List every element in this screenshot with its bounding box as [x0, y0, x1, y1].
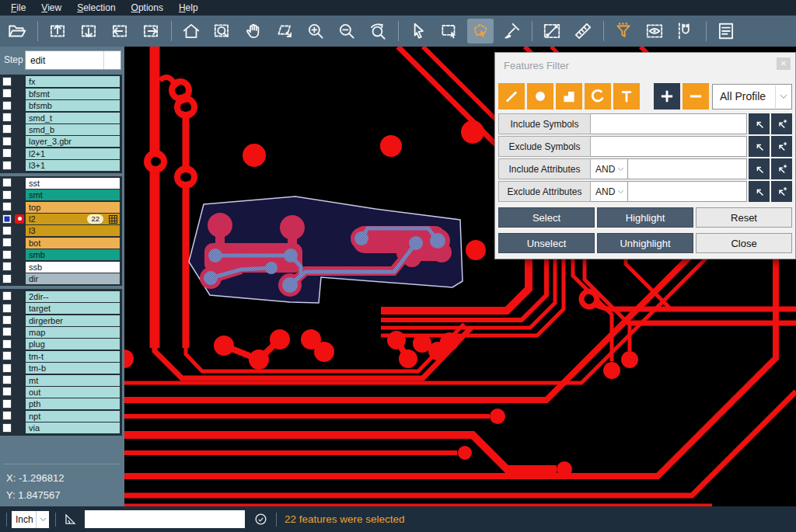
- filter-pad-button[interactable]: [527, 83, 553, 110]
- close-button[interactable]: Close: [696, 233, 792, 253]
- menu-item-file[interactable]: File: [3, 1, 33, 16]
- exclude-attributes-input[interactable]: [628, 181, 747, 202]
- include-symbols-button[interactable]: Include Symbols: [498, 113, 591, 134]
- layer-checkbox-tm-t[interactable]: [2, 351, 12, 360]
- layer-checkbox-out[interactable]: [2, 387, 12, 396]
- layer-table-icon[interactable]: [109, 215, 117, 224]
- zoom-out-icon[interactable]: [333, 19, 360, 43]
- layer-checkbox-smd_b[interactable]: [2, 124, 12, 134]
- refresh-icon[interactable]: [252, 511, 269, 528]
- layer-checkbox-layer_3.gbr[interactable]: [2, 137, 12, 146]
- pick-from-canvas-button[interactable]: [749, 158, 770, 179]
- pick-add-from-canvas-button[interactable]: [771, 158, 792, 179]
- layer-label-bot[interactable]: bot: [26, 238, 120, 249]
- unhighlight-button[interactable]: Unhighlight: [597, 233, 693, 253]
- add-filter-button[interactable]: [654, 83, 680, 110]
- measure-distance-icon[interactable]: [539, 19, 565, 43]
- layer-label-target[interactable]: target: [26, 303, 120, 314]
- filter-line-button[interactable]: [498, 83, 525, 110]
- layer-label-bfsmb[interactable]: bfsmb: [26, 100, 120, 111]
- layer-checkbox-plug[interactable]: [2, 339, 12, 349]
- menu-item-options[interactable]: Options: [124, 1, 171, 16]
- zoom-previous-icon[interactable]: [365, 19, 391, 43]
- layer-label-smd_t[interactable]: smd_t: [26, 113, 120, 123]
- pan-down-icon[interactable]: [75, 19, 102, 43]
- filter-arc-button[interactable]: [585, 83, 611, 110]
- layer-checkbox-ssb[interactable]: [2, 262, 12, 271]
- exclude-symbols-button[interactable]: Exclude Symbols: [498, 136, 591, 157]
- rect-select-icon[interactable]: [436, 19, 463, 43]
- layer-checkbox-smd_t[interactable]: [2, 113, 12, 122]
- layer-checkbox-sst[interactable]: [2, 178, 12, 187]
- layer-label-l3+1[interactable]: l3+1: [26, 160, 120, 171]
- menu-item-view[interactable]: View: [33, 1, 69, 16]
- pick-add-from-canvas-button[interactable]: [771, 113, 792, 134]
- filter-surface-button[interactable]: [556, 83, 582, 110]
- remove-filter-button[interactable]: [683, 83, 709, 110]
- pick-add-from-canvas-button[interactable]: [771, 181, 792, 202]
- layer-label-top[interactable]: top: [26, 202, 120, 213]
- layer-label-smt[interactable]: smt: [26, 190, 120, 200]
- include-attributes-logic-select[interactable]: AND: [591, 158, 628, 179]
- snap-mode-icon[interactable]: [672, 19, 699, 43]
- layer-label-l2[interactable]: l222: [26, 214, 120, 224]
- polygon-select-icon[interactable]: [467, 19, 494, 43]
- layer-checkbox-via[interactable]: [2, 423, 12, 433]
- layer-checkbox-mt[interactable]: [2, 375, 12, 384]
- layer-checkbox-l2+1[interactable]: [2, 148, 12, 158]
- features-filter-icon[interactable]: [610, 19, 637, 43]
- layer-label-smb[interactable]: smb: [26, 249, 120, 260]
- layer-checkbox-l3[interactable]: [2, 226, 12, 235]
- include-attributes-input[interactable]: [628, 158, 747, 179]
- exclude-symbols-input[interactable]: [591, 136, 747, 157]
- layer-checkbox-npt[interactable]: [2, 411, 12, 420]
- layer-label-l3[interactable]: l3: [26, 225, 120, 236]
- zoom-polygon-icon[interactable]: [271, 19, 298, 43]
- include-symbols-input[interactable]: [591, 113, 747, 134]
- layer-label-smd_b[interactable]: smd_b: [26, 124, 120, 135]
- pick-from-canvas-button[interactable]: [749, 181, 770, 202]
- pan-left-icon[interactable]: [106, 19, 133, 43]
- layer-label-npt[interactable]: npt: [26, 411, 120, 422]
- layer-label-mt[interactable]: mt: [26, 375, 120, 386]
- layer-label-layer_3.gbr[interactable]: layer_3.gbr: [26, 136, 120, 147]
- layer-label-pth[interactable]: pth: [26, 398, 120, 409]
- layer-label-bfsmt[interactable]: bfsmt: [26, 89, 120, 99]
- layer-checkbox-bot[interactable]: [2, 238, 12, 247]
- layer-checkbox-fx[interactable]: [2, 77, 12, 86]
- pick-add-from-canvas-button[interactable]: [771, 136, 792, 157]
- layer-checkbox-dirgerber[interactable]: [2, 315, 12, 325]
- menu-item-help[interactable]: Help: [171, 1, 206, 16]
- layer-label-l2+1[interactable]: l2+1: [26, 148, 120, 159]
- layer-checkbox-target[interactable]: [2, 304, 12, 313]
- layer-checkbox-dir[interactable]: [2, 274, 12, 283]
- exclude-attributes-logic-select[interactable]: AND: [591, 181, 628, 202]
- layer-checkbox-tm-b[interactable]: [2, 363, 12, 373]
- zoom-home-icon[interactable]: [178, 19, 204, 43]
- pan-right-icon[interactable]: [138, 19, 164, 43]
- select-arrow-icon[interactable]: [405, 19, 431, 43]
- pan-hand-icon[interactable]: [240, 19, 267, 43]
- exclude-attributes-button[interactable]: Exclude Attributes: [498, 181, 591, 202]
- pick-from-canvas-button[interactable]: [749, 113, 770, 134]
- measure-ruler-icon[interactable]: [570, 19, 596, 43]
- filter-text-button[interactable]: [613, 83, 640, 110]
- layer-label-2dir--[interactable]: 2dir--: [26, 291, 120, 302]
- command-input[interactable]: [85, 510, 245, 528]
- layer-checkbox-top[interactable]: [2, 202, 12, 211]
- layer-label-sst[interactable]: sst: [26, 178, 120, 189]
- layer-checkbox-smt[interactable]: [2, 190, 12, 200]
- layer-checkbox-bfsmt[interactable]: [2, 89, 12, 98]
- clear-highlight-icon[interactable]: [498, 19, 525, 43]
- layer-label-dir[interactable]: dir: [26, 273, 120, 284]
- layer-checkbox-l2[interactable]: [2, 214, 12, 224]
- report-list-icon[interactable]: [713, 19, 739, 43]
- profile-select[interactable]: All Profile: [712, 84, 792, 110]
- pick-from-canvas-button[interactable]: [749, 136, 770, 157]
- zoom-window-icon[interactable]: [209, 19, 236, 43]
- angle-measure-icon[interactable]: [61, 511, 79, 528]
- close-icon[interactable]: ✕: [777, 57, 791, 70]
- layer-checkbox-map[interactable]: [2, 327, 12, 336]
- layer-label-dirgerber[interactable]: dirgerber: [26, 315, 120, 326]
- view-options-icon[interactable]: [641, 19, 668, 43]
